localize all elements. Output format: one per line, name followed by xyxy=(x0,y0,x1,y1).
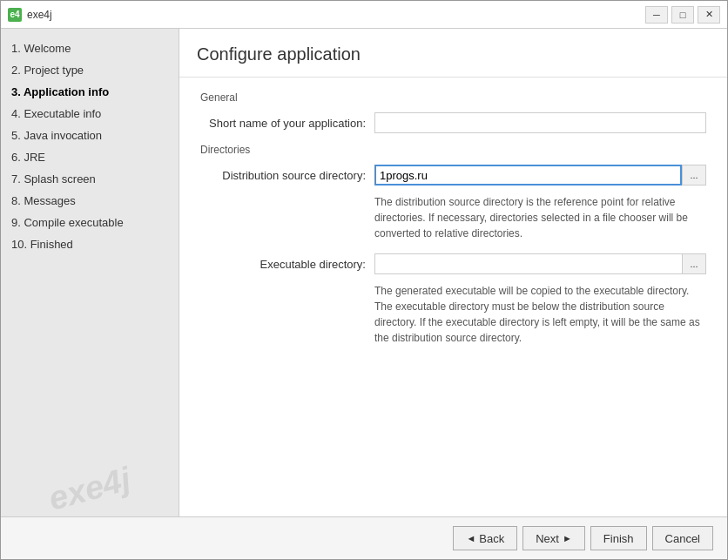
sidebar-item-messages[interactable]: 8. Messages xyxy=(1,190,179,212)
directories-section-label: Directories xyxy=(200,144,706,156)
short-name-row: Short name of your application: xyxy=(200,112,706,133)
dist-source-browse-button[interactable]: ... xyxy=(682,165,706,186)
window-title: exe4j xyxy=(27,9,645,21)
sidebar-item-application-info[interactable]: 3. Application info xyxy=(1,81,179,103)
next-arrow-icon: ► xyxy=(563,533,572,543)
close-button[interactable]: ✕ xyxy=(698,6,720,24)
executable-dir-hint: The generated executable will be copied … xyxy=(374,283,706,346)
cancel-label: Cancel xyxy=(665,532,700,545)
executable-dir-browse-button[interactable]: ... xyxy=(682,253,706,274)
minimize-button[interactable]: ─ xyxy=(645,6,668,24)
page-title: Configure application xyxy=(197,44,710,64)
dist-source-label: Distribution source directory: xyxy=(200,169,374,182)
sidebar-item-splash-screen[interactable]: 7. Splash screen xyxy=(1,168,179,190)
sidebar-watermark: exe4j xyxy=(1,448,179,516)
dist-source-hint: The distribution source directory is the… xyxy=(374,194,706,241)
sidebar-item-java-invocation[interactable]: 5. Java invocation xyxy=(1,125,179,146)
general-section-label: General xyxy=(200,91,706,104)
next-label: Next xyxy=(536,532,559,545)
content-area: 1. Welcome2. Project type3. Application … xyxy=(1,29,727,516)
short-name-label: Short name of your application: xyxy=(200,117,374,130)
short-name-input[interactable] xyxy=(374,112,706,133)
main-body: General Short name of your application: … xyxy=(179,78,727,516)
executable-dir-row: Executable directory: ... xyxy=(200,253,706,274)
executable-dir-input[interactable] xyxy=(374,253,682,274)
sidebar-item-executable-info[interactable]: 4. Executable info xyxy=(1,103,179,125)
back-label: Back xyxy=(479,532,504,545)
finish-button[interactable]: Finish xyxy=(590,526,647,550)
finish-label: Finish xyxy=(603,532,634,545)
dist-source-row: Distribution source directory: ... xyxy=(200,165,706,186)
sidebar-item-welcome[interactable]: 1. Welcome xyxy=(1,37,179,59)
back-arrow-icon: ◄ xyxy=(466,533,475,543)
title-bar: e4 exe4j ─ □ ✕ xyxy=(1,1,727,29)
app-icon: e4 xyxy=(8,8,22,22)
back-button[interactable]: ◄ Back xyxy=(453,526,517,550)
window-controls: ─ □ ✕ xyxy=(645,6,720,24)
main-window: e4 exe4j ─ □ ✕ 1. Welcome2. Project type… xyxy=(0,0,728,560)
sidebar-item-jre[interactable]: 6. JRE xyxy=(1,146,179,168)
main-header: Configure application xyxy=(179,29,727,78)
cancel-button[interactable]: Cancel xyxy=(652,526,713,550)
sidebar-item-compile-executable[interactable]: 9. Compile executable xyxy=(1,212,179,233)
sidebar-item-finished[interactable]: 10. Finished xyxy=(1,233,179,255)
executable-dir-input-group: ... xyxy=(374,253,706,274)
sidebar-item-project-type[interactable]: 2. Project type xyxy=(1,59,179,81)
dist-source-input-group: ... xyxy=(374,165,706,186)
footer: ◄ Back Next ► Finish Cancel xyxy=(1,516,727,559)
executable-dir-label: Executable directory: xyxy=(200,258,374,271)
maximize-button[interactable]: □ xyxy=(671,6,694,24)
main-panel: Configure application General Short name… xyxy=(179,29,727,516)
sidebar: 1. Welcome2. Project type3. Application … xyxy=(1,29,179,516)
next-button[interactable]: Next ► xyxy=(522,526,585,550)
dist-source-input[interactable] xyxy=(374,165,682,186)
